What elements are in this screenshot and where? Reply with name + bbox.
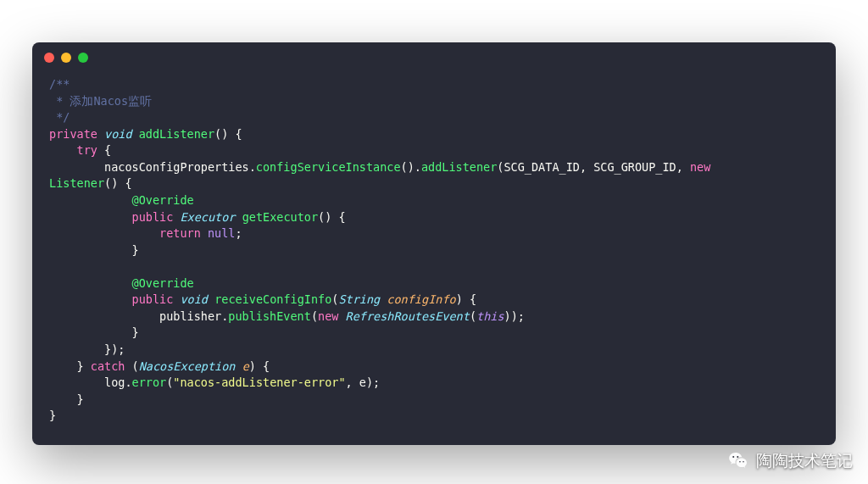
code-func: addListener [139, 127, 214, 141]
code-func: receiveConfigInfo [214, 292, 331, 306]
minimize-icon[interactable] [61, 53, 71, 63]
wechat-icon [727, 450, 749, 472]
code-func: addListener [421, 160, 497, 174]
code-keyword: public [132, 210, 174, 224]
code-comment: /** [49, 77, 70, 91]
code-keyword: return [159, 226, 201, 240]
code-annotation: @Override [132, 193, 194, 207]
code-this: this [476, 309, 504, 323]
code-window: /** * 添加Nacos监听 */ private void addListe… [32, 42, 836, 445]
code-type: NacosException [139, 359, 236, 373]
code-type: void [180, 292, 208, 306]
code-func: Listener [49, 176, 104, 190]
maximize-icon[interactable] [78, 53, 88, 63]
code-ident: publisher [159, 309, 221, 323]
code-ident: SCG_GROUP_ID [593, 160, 676, 174]
code-keyword: private [49, 127, 97, 141]
code-ident: nacosConfigProperties [104, 160, 249, 174]
code-func: getExecutor [242, 210, 318, 224]
code-ident: log [104, 376, 125, 389]
code-keyword: catch [91, 359, 125, 373]
code-func: configServiceInstance [256, 160, 401, 174]
code-annotation: @Override [132, 276, 194, 290]
code-block: /** * 添加Nacos监听 */ private void addListe… [32, 73, 836, 442]
code-ident: SCG_DATA_ID [504, 160, 579, 174]
svg-point-0 [732, 456, 734, 458]
close-icon[interactable] [44, 53, 54, 63]
code-null: null [208, 226, 236, 240]
code-comment: * 添加Nacos监听 [49, 94, 152, 108]
code-type: void [104, 127, 132, 141]
code-func: error [132, 376, 167, 389]
code-type: Executor [180, 210, 235, 224]
code-ident: e [359, 376, 366, 389]
code-type: String [338, 292, 380, 306]
code-type: RefreshRoutesEvent [346, 309, 470, 323]
svg-point-3 [743, 461, 744, 463]
svg-point-1 [737, 456, 738, 458]
code-comment: */ [49, 110, 70, 124]
code-param: configInfo [387, 292, 455, 306]
code-keyword: new [690, 160, 710, 174]
svg-point-2 [739, 461, 741, 463]
code-func: publishEvent [228, 309, 311, 323]
code-keyword: try [77, 143, 97, 157]
code-string: "nacos-addListener-error" [173, 376, 345, 389]
code-keyword: public [132, 292, 174, 306]
code-param: e [242, 359, 249, 373]
watermark: 陶陶技术笔记 [727, 450, 853, 472]
window-titlebar [32, 42, 836, 73]
watermark-text: 陶陶技术笔记 [756, 450, 853, 472]
code-keyword: new [318, 309, 338, 323]
